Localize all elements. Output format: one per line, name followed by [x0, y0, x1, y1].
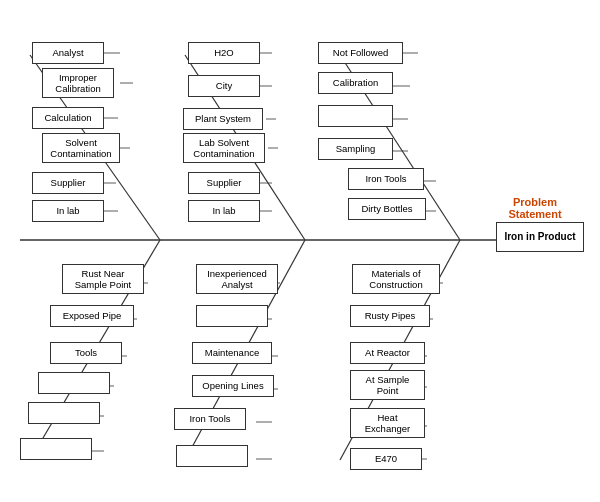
box-inexperienced: InexperiencedAnalyst — [196, 264, 278, 294]
box-supplier-tl: Supplier — [32, 172, 104, 194]
box-e470: E470 — [350, 448, 422, 470]
box-dirty-bottles: Dirty Bottles — [348, 198, 426, 220]
box-blank-bm2 — [176, 445, 248, 467]
box-calibration: Calibration — [318, 72, 393, 94]
box-solvent-contamination: SolventContamination — [42, 133, 120, 163]
box-rust-near: Rust NearSample Point — [62, 264, 144, 294]
box-maintenance: Maintenance — [192, 342, 272, 364]
box-h2o: H2O — [188, 42, 260, 64]
box-inlab-tl: In lab — [32, 200, 104, 222]
box-inlab-tm: In lab — [188, 200, 260, 222]
box-improper-calibration: ImproperCalibration — [42, 68, 114, 98]
box-iron-tools-bm: Iron Tools — [174, 408, 246, 430]
box-materials: Materials ofConstruction — [352, 264, 440, 294]
box-calculation: Calculation — [32, 107, 104, 129]
problem-box: Iron in Product — [496, 222, 584, 252]
box-analyst: Analyst — [32, 42, 104, 64]
box-at-reactor: At Reactor — [350, 342, 425, 364]
box-blank-bm1 — [196, 305, 268, 327]
box-blank-bl1 — [38, 372, 110, 394]
box-at-sample: At SamplePoint — [350, 370, 425, 400]
box-plant-system: Plant System — [183, 108, 263, 130]
box-opening-lines: Opening Lines — [192, 375, 274, 397]
box-blank-bl3 — [20, 438, 92, 460]
box-iron-tools-tr: Iron Tools — [348, 168, 424, 190]
fishbone-diagram: ProblemStatement Iron in Product Analyst… — [0, 0, 600, 502]
box-blank-tr1 — [318, 105, 393, 127]
box-supplier-tm: Supplier — [188, 172, 260, 194]
box-heat-exchanger: HeatExchanger — [350, 408, 425, 438]
box-lab-solvent: Lab SolventContamination — [183, 133, 265, 163]
problem-statement-label: ProblemStatement — [490, 196, 580, 220]
box-blank-bl2 — [28, 402, 100, 424]
box-city: City — [188, 75, 260, 97]
box-not-followed: Not Followed — [318, 42, 403, 64]
box-rusty-pipes: Rusty Pipes — [350, 305, 430, 327]
box-tools: Tools — [50, 342, 122, 364]
box-exposed-pipe: Exposed Pipe — [50, 305, 134, 327]
box-sampling: Sampling — [318, 138, 393, 160]
